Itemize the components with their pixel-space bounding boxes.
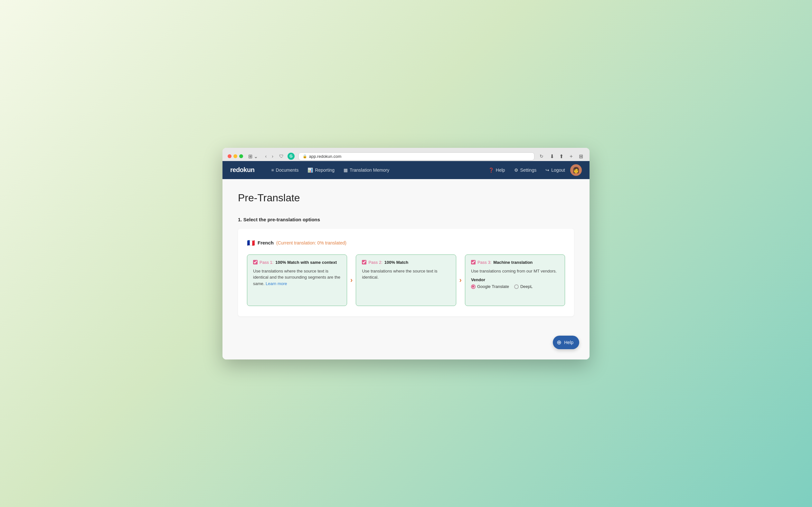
page-content: Pre-Translate 1. Select the pre-translat… — [223, 179, 589, 359]
pass3-checkbox[interactable] — [471, 260, 476, 265]
grammarly-icon: G — [288, 153, 295, 160]
pass3-body: Use translations coming from our MT vend… — [471, 268, 559, 274]
pass1-body: Use translations where the source text i… — [253, 268, 341, 287]
vendor-deepl-radio[interactable] — [514, 284, 519, 289]
documents-icon: ≡ — [271, 168, 274, 173]
pass1-card: Pass 1: 100% Match with same context Use… — [247, 255, 347, 306]
reporting-label: Reporting — [315, 168, 334, 173]
pass3-body-text: Use translations coming from our MT vend… — [471, 269, 557, 274]
nav-reporting[interactable]: 📊 Reporting — [304, 166, 338, 175]
shield-icon: 🛡 — [279, 154, 284, 159]
app-container: redokun ≡ Documents 📊 Reporting ▦ Transl… — [223, 161, 589, 359]
pass2-body: Use translations where the source text i… — [362, 268, 450, 281]
brand-logo: redokun — [230, 166, 254, 174]
pass2-header: Pass 2: 100% Match — [362, 260, 450, 265]
new-tab-button[interactable]: ＋ — [567, 152, 575, 161]
arrow-connector-1: › — [347, 276, 356, 284]
browser-controls: ⊞ ⌄ ‹ › 🛡 G 🔒 app.redokun.com ↻ ⬇ ⬆ ＋ ⊞ — [228, 152, 584, 161]
pass3-title: Machine translation — [493, 260, 533, 265]
reload-button[interactable]: ↻ — [538, 152, 545, 160]
pass2-body-text: Use translations where the source text i… — [362, 269, 437, 280]
maximize-button[interactable] — [239, 154, 243, 158]
vendor-google-option[interactable]: Google Translate — [471, 284, 509, 289]
address-bar[interactable]: 🔒 app.redokun.com — [299, 152, 535, 160]
minimize-button[interactable] — [234, 154, 237, 158]
settings-label: Settings — [520, 168, 537, 173]
reporting-icon: 📊 — [308, 168, 313, 173]
logout-label: Logout — [551, 168, 565, 173]
vendor-options: Google Translate DeepL — [471, 284, 559, 289]
browser-chrome: ⊞ ⌄ ‹ › 🛡 G 🔒 app.redokun.com ↻ ⬇ ⬆ ＋ ⊞ — [223, 148, 589, 161]
translation-memory-icon: ▦ — [343, 168, 348, 173]
pass2-checkbox[interactable] — [362, 260, 366, 265]
address-text: app.redokun.com — [309, 154, 341, 159]
grid-button[interactable]: ⊞ — [578, 152, 584, 161]
nav-right: ❓ Help ⚙ Settings ↪ Logout 👩 — [485, 164, 582, 176]
vendor-google-radio[interactable] — [471, 284, 476, 289]
nav-translation-memory[interactable]: ▦ Translation Memory — [340, 166, 393, 175]
avatar[interactable]: 👩 — [570, 164, 582, 176]
pass1-title: 100% Match with same context — [275, 260, 337, 265]
translation-memory-label: Translation Memory — [350, 168, 389, 173]
translation-status: (Current translation: 0% translated) — [276, 240, 347, 245]
pass3-header: Pass 3: Machine translation — [471, 260, 559, 265]
back-button[interactable]: ‹ — [263, 153, 268, 160]
browser-actions: ⬇ ⬆ ＋ ⊞ — [549, 152, 584, 161]
nav-settings[interactable]: ⚙ Settings — [510, 166, 541, 175]
gear-icon: ⚙ — [514, 168, 518, 173]
vendor-deepl-label: DeepL — [520, 284, 533, 289]
language-name: French — [258, 240, 274, 245]
pass2-label: Pass 2: — [368, 260, 382, 265]
pass1-header: Pass 1: 100% Match with same context — [253, 260, 341, 265]
pass2-card: Pass 2: 100% Match Use translations wher… — [356, 255, 456, 306]
page-title: Pre-Translate — [238, 192, 574, 204]
documents-label: Documents — [276, 168, 299, 173]
logout-icon: ↪ — [546, 168, 549, 173]
vendor-google-label: Google Translate — [477, 284, 509, 289]
vendor-deepl-option[interactable]: DeepL — [514, 284, 533, 289]
nav-documents[interactable]: ≡ Documents — [267, 166, 302, 175]
help-icon: ❓ — [488, 168, 494, 173]
passes-row: Pass 1: 100% Match with same context Use… — [247, 255, 565, 306]
close-button[interactable] — [228, 154, 232, 158]
language-card: 🇫🇷 French (Current translation: 0% trans… — [238, 229, 574, 316]
pass1-checkbox[interactable] — [253, 260, 258, 265]
learn-more-link[interactable]: Learn more — [266, 281, 287, 286]
help-label: Help — [496, 168, 505, 173]
vendor-label: Vendor — [471, 277, 559, 282]
help-float-button[interactable]: ⊕ Help — [553, 336, 579, 349]
share-button[interactable]: ⬆ — [558, 152, 565, 161]
nav-help[interactable]: ❓ Help — [485, 166, 509, 175]
help-float-icon: ⊕ — [557, 339, 562, 346]
pass3-card: Pass 3: Machine translation Use translat… — [465, 255, 565, 306]
navbar: redokun ≡ Documents 📊 Reporting ▦ Transl… — [223, 161, 589, 179]
sidebar-toggle-button[interactable]: ⊞ ⌄ — [247, 153, 259, 160]
language-header: 🇫🇷 French (Current translation: 0% trans… — [247, 239, 565, 247]
forward-button[interactable]: › — [270, 153, 275, 160]
vendor-section: Vendor Google Translate DeepL — [471, 277, 559, 289]
pass2-title: 100% Match — [384, 260, 408, 265]
browser-window: ⊞ ⌄ ‹ › 🛡 G 🔒 app.redokun.com ↻ ⬇ ⬆ ＋ ⊞ — [223, 148, 589, 359]
section-heading: 1. Select the pre-translation options — [238, 217, 574, 222]
help-float-label: Help — [564, 340, 573, 345]
traffic-lights — [228, 154, 243, 158]
pass1-label: Pass 1: — [259, 260, 273, 265]
language-flag: 🇫🇷 — [247, 239, 255, 247]
download-button[interactable]: ⬇ — [549, 152, 555, 161]
nav-links: ≡ Documents 📊 Reporting ▦ Translation Me… — [267, 166, 477, 175]
lock-icon: 🔒 — [303, 154, 307, 159]
nav-buttons: ‹ › — [263, 153, 275, 160]
pass3-label: Pass 3: — [478, 260, 491, 265]
arrow-connector-2: › — [456, 276, 465, 284]
nav-logout[interactable]: ↪ Logout — [542, 166, 569, 175]
